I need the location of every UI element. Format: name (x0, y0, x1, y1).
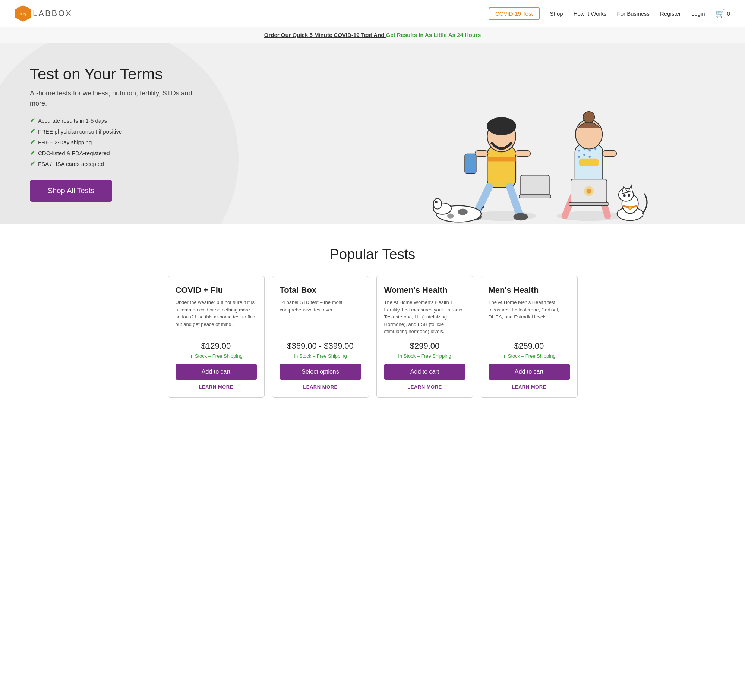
svg-rect-34 (602, 151, 616, 156)
checklist-item-3: ✔FREE 2-Day shipping (30, 138, 209, 146)
check-icon-1: ✔ (30, 117, 35, 124)
product-learn-covid-flu[interactable]: LEARN MORE (175, 384, 257, 390)
hero-title: Test on Your Terms (30, 65, 209, 83)
product-learn-mens-health[interactable]: LEARN MORE (489, 384, 570, 390)
hero-svg (335, 52, 745, 224)
covid-test-button[interactable]: COVID-19 Test (489, 7, 540, 20)
product-learn-total-box[interactable]: LEARN MORE (280, 384, 361, 390)
svg-point-41 (628, 193, 630, 197)
svg-point-25 (583, 154, 585, 156)
product-btn-covid-flu[interactable]: Add to cart (175, 364, 257, 380)
svg-rect-27 (579, 159, 598, 166)
product-card-mens-health: Men's Health The At Home Men's Health te… (481, 276, 577, 397)
product-price-mens-health: $259.00 (489, 341, 570, 351)
announcement-prefix: Order Our Quick 5 Minute COVID-19 Test A… (264, 32, 386, 38)
nav-for-business[interactable]: For Business (617, 10, 650, 17)
hero-section: Test on Your Terms At-home tests for wel… (0, 43, 745, 224)
logo-hex-icon: my (15, 5, 31, 22)
cart-count: 0 (727, 10, 730, 17)
product-stock-womens-health: In Stock – Free Shipping (384, 353, 465, 359)
products-grid: COVID + Flu Under the weather but not su… (168, 276, 577, 397)
cart-icon: 🛒 (715, 9, 725, 18)
product-desc-womens-health: The At Home Women's Health + Fertility T… (384, 299, 465, 335)
svg-rect-7 (515, 151, 530, 156)
svg-point-17 (447, 214, 454, 219)
announcement-link[interactable]: Get Results In As Little As 24 Hours (386, 32, 481, 38)
announcement-bar: Order Our Quick 5 Minute COVID-19 Test A… (0, 27, 745, 43)
svg-point-22 (588, 150, 590, 151)
cart-button[interactable]: 🛒 0 (715, 9, 730, 18)
product-title-covid-flu: COVID + Flu (175, 285, 257, 295)
nav-how-it-works[interactable]: How It Works (574, 10, 607, 17)
logo-labbox-text: LABBOX (33, 9, 72, 18)
header: my LABBOX COVID-19 Test Shop How It Work… (0, 0, 745, 27)
product-price-womens-health: $299.00 (384, 341, 465, 351)
product-title-womens-health: Women's Health (384, 285, 465, 295)
product-desc-covid-flu: Under the weather but not sure if it is … (175, 299, 257, 335)
svg-point-29 (583, 111, 594, 123)
hero-subtitle: At-home tests for wellness, nutrition, f… (30, 88, 209, 108)
svg-rect-1 (487, 147, 516, 187)
product-btn-total-box[interactable]: Select options (280, 364, 361, 380)
svg-point-40 (623, 194, 626, 197)
svg-point-4 (487, 117, 516, 135)
product-price-total-box: $369.00 - $399.00 (280, 341, 361, 351)
svg-point-15 (435, 201, 438, 204)
product-price-covid-flu: $129.00 (175, 341, 257, 351)
checklist-item-4: ✔CDC-listed & FDA-registered (30, 149, 209, 157)
product-title-total-box: Total Box (280, 285, 361, 295)
popular-tests-title: Popular Tests (15, 246, 730, 262)
svg-point-24 (578, 156, 580, 158)
svg-rect-5 (475, 151, 488, 156)
product-card-covid-flu: COVID + Flu Under the weather but not su… (168, 276, 265, 397)
svg-point-42 (628, 206, 632, 210)
product-stock-total-box: In Stock – Free Shipping (280, 353, 361, 359)
main-nav: COVID-19 Test Shop How It Works For Busi… (489, 7, 730, 20)
product-desc-total-box: 14 panel STD test – the most comprehensi… (280, 299, 361, 335)
product-card-womens-health: Women's Health The At Home Women's Healt… (376, 276, 473, 397)
popular-tests-section: Popular Tests COVID + Flu Under the weat… (0, 224, 745, 412)
svg-rect-33 (569, 202, 609, 206)
check-icon-4: ✔ (30, 149, 35, 157)
svg-rect-6 (465, 154, 476, 174)
check-icon-3: ✔ (30, 138, 35, 146)
logo-my-text: my (20, 11, 27, 16)
svg-point-14 (433, 198, 441, 209)
svg-rect-2 (487, 157, 516, 162)
check-icon-5: ✔ (30, 160, 35, 168)
product-title-mens-health: Men's Health (489, 285, 570, 295)
svg-point-16 (458, 209, 467, 216)
product-stock-mens-health: In Stock – Free Shipping (489, 353, 570, 359)
nav-register[interactable]: Register (660, 10, 681, 17)
checklist-item-2: ✔FREE physician consult if positive (30, 127, 209, 135)
hero-content: Test on Your Terms At-home tests for wel… (30, 65, 209, 202)
nav-login[interactable]: Login (691, 10, 705, 17)
svg-point-26 (588, 156, 590, 158)
product-btn-mens-health[interactable]: Add to cart (489, 364, 570, 380)
product-btn-womens-health[interactable]: Add to cart (384, 364, 465, 380)
shop-all-tests-button[interactable]: Shop All Tests (30, 180, 112, 202)
hero-checklist: ✔Accurate results in 1-5 days ✔FREE phys… (30, 117, 209, 168)
hero-illustration (335, 43, 745, 224)
checklist-item-1: ✔Accurate results in 1-5 days (30, 117, 209, 124)
product-learn-womens-health[interactable]: LEARN MORE (384, 384, 465, 390)
product-desc-mens-health: The At Home Men's Health test measures T… (489, 299, 570, 335)
svg-rect-9 (519, 195, 551, 198)
check-icon-2: ✔ (30, 127, 35, 135)
svg-point-32 (586, 189, 591, 193)
checklist-item-5: ✔FSA / HSA cards accepted (30, 160, 209, 168)
svg-rect-8 (521, 175, 549, 196)
product-card-total-box: Total Box 14 panel STD test – the most c… (272, 276, 369, 397)
svg-point-11 (513, 213, 528, 221)
product-stock-covid-flu: In Stock – Free Shipping (175, 353, 257, 359)
nav-shop[interactable]: Shop (550, 10, 563, 17)
logo[interactable]: my LABBOX (15, 5, 72, 22)
svg-point-20 (578, 150, 580, 151)
